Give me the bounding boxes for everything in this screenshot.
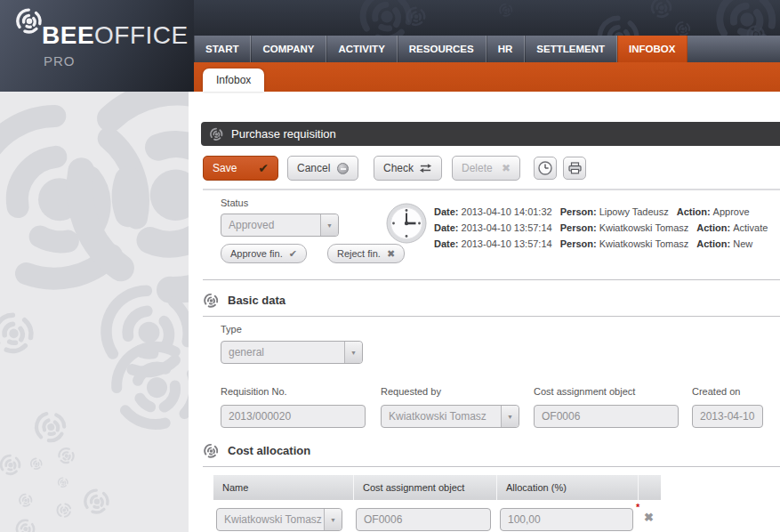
cancel-button-label: Cancel — [297, 162, 330, 174]
action-label: Action: — [696, 222, 730, 233]
approve-fin-button[interactable]: Approve fin. ✔ — [221, 244, 307, 263]
date-label: Date: — [434, 222, 459, 233]
date-label: Date: — [434, 238, 459, 249]
created-on-label: Created on — [692, 386, 740, 397]
cancel-minus-icon — [337, 163, 349, 174]
history-clock-icon — [386, 203, 427, 244]
divider — [203, 189, 780, 190]
action-value: Approve — [713, 206, 750, 217]
swirl-icon — [203, 442, 220, 459]
required-marker: * — [636, 502, 639, 512]
watermark-swirl-icon — [0, 308, 38, 357]
nav-tab-activity[interactable]: ACTIVITY — [326, 36, 397, 62]
row-delete-icon[interactable]: ✖ — [644, 511, 654, 524]
nav-tab-settlement[interactable]: SETTLEMENT — [525, 36, 617, 62]
x-icon: ✖ — [502, 162, 511, 174]
watermark-swirl-icon — [594, 11, 644, 36]
type-select[interactable]: general ▼ — [221, 341, 363, 364]
watermark-swirl-icon — [0, 452, 23, 477]
person-label: Person: — [560, 222, 597, 233]
divider — [203, 316, 780, 317]
basic-data-header: Basic data — [203, 292, 285, 309]
basic-data-title: Basic data — [228, 294, 285, 307]
reject-fin-button[interactable]: Reject fin. ✖ — [327, 244, 405, 263]
column-header-name: Name — [213, 475, 353, 500]
nav-tab-infobox[interactable]: INFOBOX — [617, 36, 688, 62]
status-select[interactable]: Approved ▼ — [221, 214, 339, 237]
swap-arrows-icon — [419, 163, 432, 173]
column-header-actions — [638, 475, 661, 500]
person-label: Person: — [560, 238, 597, 249]
beeoffice-logo-icon — [14, 5, 44, 36]
subnav-bar: Infobox — [194, 62, 780, 92]
sidebar-watermark-area — [0, 92, 189, 532]
cancel-button[interactable]: Cancel — [287, 156, 358, 181]
nav-tab-start[interactable]: START — [194, 36, 251, 62]
cost-allocation-header: Cost allocation — [203, 442, 310, 459]
row-name-value: Kwiatkowski Tomasz — [217, 513, 322, 526]
table-row: Kwiatkowski Tomasz ▼ * ✖ — [213, 505, 661, 532]
status-label: Status — [221, 197, 248, 208]
approve-fin-label: Approve fin. — [230, 248, 283, 259]
nav-tab-resources[interactable]: RESOURCES — [398, 36, 486, 62]
brand-title-light: OFFICE — [94, 21, 189, 49]
row-cost-object-field[interactable] — [356, 508, 491, 531]
requested-by-label: Requested by — [381, 386, 441, 397]
history-row: Date:2013-04-10 14:01:32Person:Lipowy Ta… — [434, 204, 776, 220]
brand-title-bold: BEE — [42, 21, 94, 49]
chevron-down-icon: ▼ — [501, 406, 519, 427]
main-content: Purchase requisition Save ✔ Cancel Check — [189, 92, 780, 532]
swirl-icon — [209, 126, 224, 141]
watermark-swirl-icon — [82, 486, 112, 516]
brand-title: BEEOFFICE — [42, 21, 189, 50]
save-button[interactable]: Save ✔ — [203, 156, 278, 181]
status-select-value: Approved — [221, 219, 274, 231]
created-on-field[interactable] — [692, 405, 763, 428]
date-value: 2013-04-10 13:57:14 — [462, 222, 552, 233]
watermark-swirl-icon — [57, 476, 69, 488]
requested-by-select-value: Kwiatkowski Tomasz — [382, 410, 486, 423]
print-button[interactable] — [563, 157, 586, 180]
column-header-cost-object: Cost assignment object — [353, 475, 496, 500]
printer-icon — [568, 162, 582, 174]
nav-tab-company[interactable]: COMPANY — [251, 36, 326, 62]
type-label: Type — [221, 324, 242, 335]
person-value: Kwiatkowski Tomasz — [599, 222, 689, 233]
brand-logo-block: BEEOFFICE PRO — [0, 0, 194, 92]
cost-assignment-object-field[interactable] — [534, 405, 679, 428]
action-label: Action: — [677, 206, 711, 217]
action-value: Activate — [733, 222, 768, 233]
chevron-down-icon: ▼ — [320, 214, 338, 236]
watermark-swirl-icon — [52, 497, 76, 521]
check-icon: ✔ — [289, 248, 297, 260]
row-name-select[interactable]: Kwiatkowski Tomasz ▼ — [216, 508, 342, 531]
history-row: Date:2013-04-10 13:57:14Person:Kwiatkows… — [434, 220, 776, 236]
watermark-swirl-icon — [18, 492, 34, 508]
requisition-no-field[interactable] — [221, 405, 366, 428]
swirl-icon — [203, 292, 220, 309]
nav-tab-hr[interactable]: HR — [486, 36, 526, 62]
action-label: Action: — [696, 238, 730, 249]
date-value: 2013-04-10 14:01:32 — [462, 206, 552, 217]
history-clock-button[interactable] — [534, 157, 557, 180]
save-button-label: Save — [213, 162, 237, 174]
watermark-swirl-icon — [53, 442, 79, 468]
requested-by-select[interactable]: Kwiatkowski Tomasz ▼ — [381, 405, 519, 428]
page-title: Purchase requisition — [231, 127, 336, 141]
divider — [203, 279, 780, 280]
subnav-tab-infobox[interactable]: Infobox — [203, 69, 264, 92]
clock-icon — [538, 161, 552, 175]
delete-button[interactable]: Delete ✖ — [452, 156, 520, 181]
history-row: Date:2013-04-10 13:57:14Person:Kwiatkows… — [434, 236, 776, 252]
type-select-value: general — [221, 346, 264, 359]
status-history: Date:2013-04-10 14:01:32Person:Lipowy Ta… — [434, 204, 776, 252]
row-allocation-field[interactable] — [500, 508, 633, 531]
watermark-swirl-icon — [498, 2, 514, 18]
delete-button-label: Delete — [462, 162, 493, 174]
column-header-allocation: Allocation (%) — [496, 475, 638, 500]
watermark-swirl-icon — [649, 0, 674, 20]
person-value: Lipowy Tadeusz — [599, 206, 669, 217]
cost-allocation-title: Cost allocation — [228, 444, 310, 457]
watermark-swirl-icon — [405, 4, 428, 28]
check-button[interactable]: Check — [374, 156, 442, 181]
